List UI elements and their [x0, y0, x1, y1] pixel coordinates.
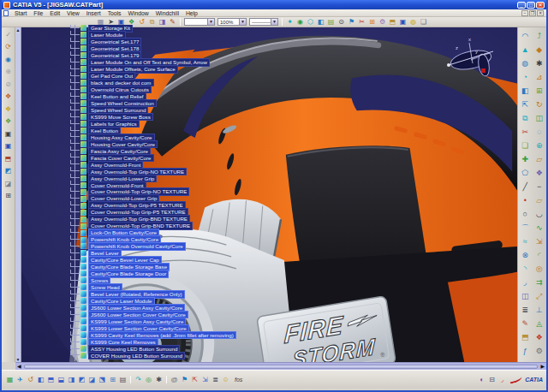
point-icon[interactable]: • [520, 195, 530, 205]
pin-icon[interactable]: ⊕ [3, 68, 13, 77]
tree-item[interactable]: Powershift Knob Overmold Cavity/Core [21, 243, 304, 250]
loft-icon[interactable]: ◝ [520, 264, 530, 274]
tree-branch-node[interactable] [70, 79, 80, 83]
spline-icon[interactable]: ∿ [534, 223, 545, 233]
axis-icon[interactable]: − [534, 181, 545, 192]
rotate-view-icon[interactable]: ↺ [26, 375, 35, 384]
menu-item[interactable]: Start [11, 10, 30, 16]
projection-icon[interactable]: ⇲ [534, 236, 545, 246]
new-sheet-icon[interactable]: ❏ [419, 17, 428, 27]
player-icon[interactable]: ⊟ [487, 375, 497, 384]
tree-branch-node[interactable] [70, 120, 80, 124]
tree-item[interactable]: Fascia Assy Cavity/Core [21, 147, 304, 154]
chamfer-icon[interactable]: ⊿ [534, 72, 545, 82]
chevron-down-icon[interactable]: ▼ [239, 19, 246, 25]
tree-item[interactable]: Fascia Cover Cavity/Core [21, 154, 304, 161]
tree-item[interactable]: Labels for Graphics [21, 121, 304, 128]
tree-branch-node[interactable] [70, 127, 80, 131]
scale-icon[interactable]: ⤢ [534, 291, 545, 301]
palette-gray-icon[interactable]: ◪ [3, 179, 13, 188]
tree-branch-node[interactable] [70, 304, 80, 308]
offset-surface-icon[interactable]: ⧉ [520, 113, 530, 123]
manikin-icon[interactable]: ⚑ [180, 375, 189, 384]
tree-branch-node[interactable] [70, 92, 80, 97]
measure-between-icon[interactable]: ⇲ [200, 375, 210, 384]
tree-branch-node[interactable] [70, 25, 80, 28]
named-views-icon[interactable]: ⊞ [108, 375, 117, 384]
update-icon[interactable]: ⟳ [3, 43, 13, 52]
tree-item[interactable]: Bevel Lever (Rotated, Reference Only) [21, 291, 304, 298]
title-bar[interactable]: CATIA V5 - [JIGSAW.CATPart] _ □ ✕ [2, 0, 546, 9]
translate-icon[interactable]: ⇱ [520, 99, 530, 110]
boundary-icon[interactable]: ◌ [534, 127, 545, 137]
rotate-tool-icon[interactable]: ↻ [534, 99, 545, 110]
close-surface-icon[interactable]: ⬠ [520, 168, 530, 178]
tree-branch-node[interactable] [70, 146, 80, 151]
knowledge-volume-icon[interactable]: ◐ [477, 375, 486, 384]
pan-icon[interactable]: ↷ [134, 375, 143, 384]
tree-item[interactable]: Assy Overmold-Top Grip-NO TEXTURE [21, 168, 304, 175]
publish-icon[interactable]: ⬒ [388, 17, 397, 27]
tree-branch-node[interactable] [70, 338, 80, 342]
power-copy-icon[interactable]: ❖ [534, 332, 545, 342]
tree-branch-node[interactable] [70, 345, 80, 349]
menu-item[interactable]: Windchill [152, 10, 182, 16]
menu-item[interactable]: Window [125, 10, 152, 16]
child-restore-button[interactable]: ❐ [529, 10, 536, 16]
tree-branch-node[interactable] [70, 160, 80, 164]
annotation-icon[interactable]: ✎ [520, 318, 530, 329]
back-view-icon[interactable]: ⬓ [57, 375, 66, 384]
tree-branch-node[interactable] [70, 324, 80, 329]
tree-item[interactable]: Housing Cover Cavity/Core [21, 140, 304, 147]
tree-branch-node[interactable] [70, 140, 80, 144]
shading-icon[interactable]: ◧ [316, 17, 325, 27]
intersection-icon[interactable]: ⊗ [520, 250, 530, 260]
tree-branch-node[interactable] [70, 256, 80, 260]
tree-branch-node[interactable] [70, 58, 80, 62]
measure-item-icon[interactable]: ≣ [520, 305, 530, 315]
chevron-down-icon[interactable]: ▼ [207, 19, 214, 25]
pocket-icon[interactable]: ◆ [534, 45, 545, 55]
tree-branch-node[interactable] [70, 229, 80, 233]
options-icon[interactable]: ⚙ [378, 17, 387, 27]
thick-surface-icon[interactable]: ▱ [534, 154, 545, 164]
shaft-icon[interactable]: ◍ [520, 58, 530, 68]
catalog-icon[interactable]: ⬒ [520, 332, 530, 342]
pattern-icon[interactable]: ⊞ [534, 86, 545, 96]
scroll-up-icon[interactable]: ▲ [16, 27, 21, 33]
tree-branch-node[interactable] [70, 208, 80, 212]
line-icon[interactable]: ╱ [520, 181, 530, 192]
tree-branch-node[interactable] [70, 51, 80, 56]
tree-item[interactable]: Cover Overmold-Top Grip-BND TEXTURE [21, 223, 304, 229]
constraint-icon[interactable]: ⊥ [534, 305, 545, 315]
tree-branch-node[interactable] [70, 222, 80, 226]
menu-item[interactable]: Tools [104, 10, 125, 16]
child-close-button[interactable]: ✕ [537, 10, 544, 16]
verify-check-icon[interactable]: ✓ [3, 30, 13, 39]
tree-item[interactable]: Keel Button [21, 128, 304, 134]
menu-item[interactable]: Insert [83, 10, 104, 16]
tree-item[interactable]: black and decker dot com [21, 80, 304, 86]
tree-item[interactable]: Cavity/Core Blade Storage Door [21, 270, 304, 277]
macro-icon[interactable]: ⚙ [534, 346, 545, 356]
tree-item[interactable]: KS999 Move Screw Boss [21, 114, 304, 121]
annotate-icon[interactable]: ☺ [221, 375, 230, 384]
lock-icon[interactable]: ⊘ [3, 80, 13, 89]
table-grid-icon[interactable]: ⊞ [3, 192, 13, 201]
plane-icon[interactable]: ▱ [534, 195, 545, 205]
tree-item[interactable]: Keel Button and Relief [21, 93, 304, 100]
tree-item[interactable]: Speed Wheel Construction [21, 100, 304, 107]
doc-blue-icon[interactable]: ▣ [3, 142, 13, 151]
symmetry-icon[interactable]: ◫ [520, 291, 530, 301]
mirror-icon[interactable]: ◧ [520, 86, 530, 96]
tree-item[interactable]: KS999 Cavity Keel Removes (add .3mm fill… [21, 332, 304, 339]
iso-view-icon[interactable]: ◧ [36, 375, 45, 384]
tree-branch-node[interactable] [70, 86, 80, 90]
disk-icon[interactable]: ▣ [398, 17, 408, 27]
split-icon[interactable]: ◫ [534, 113, 545, 123]
child-minimize-button[interactable]: – [521, 10, 528, 16]
tree-branch-node[interactable] [70, 283, 80, 288]
tree-branch-node[interactable] [70, 72, 80, 76]
extract-icon[interactable]: ❏ [520, 140, 530, 151]
revolve-icon[interactable]: ◎ [534, 264, 545, 274]
